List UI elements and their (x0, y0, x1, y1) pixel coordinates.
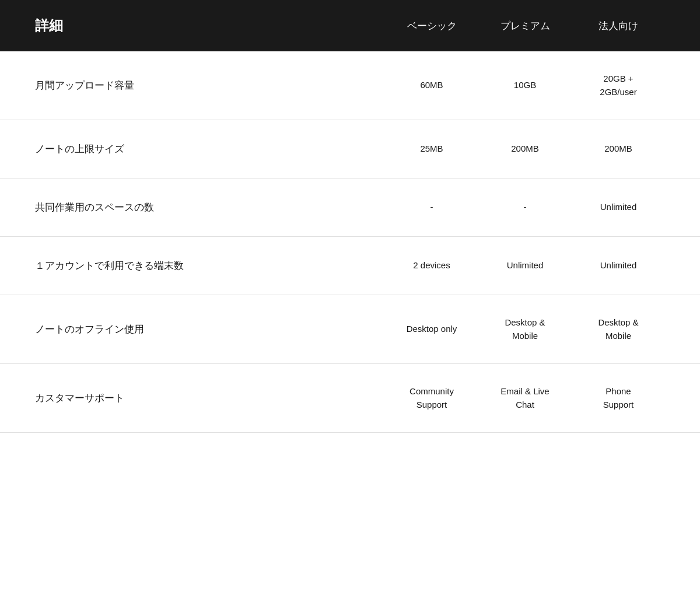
header-title: 詳細 (35, 16, 385, 35)
row-value-enterprise: 200MB (572, 142, 665, 156)
row-value-basic: Desktop only (385, 323, 478, 336)
row-label: カスタマーサポート (35, 391, 385, 405)
table-rows-container: 月間アップロード容量60MB10GB20GB + 2GB/userノートの上限サ… (0, 51, 700, 433)
row-value-premium: - (478, 201, 572, 214)
row-value-enterprise: Unlimited (572, 201, 665, 214)
row-value-enterprise: 20GB + 2GB/user (572, 72, 665, 99)
row-value-basic: 60MB (385, 79, 478, 92)
table-row: ノートの上限サイズ25MB200MB200MB (0, 120, 700, 178)
header-col-enterprise: 法人向け (572, 19, 665, 33)
row-value-premium: Unlimited (478, 259, 572, 272)
header-col-premium: プレミアム (478, 19, 572, 33)
comparison-table: 詳細 ベーシック プレミアム 法人向け 月間アップロード容量60MB10GB20… (0, 0, 700, 433)
row-value-basic: 2 devices (385, 259, 478, 272)
row-value-enterprise: Unlimited (572, 259, 665, 272)
row-value-premium: Email & Live Chat (478, 385, 572, 411)
table-row: 共同作業用のスペースの数--Unlimited (0, 178, 700, 237)
table-row: 月間アップロード容量60MB10GB20GB + 2GB/user (0, 51, 700, 120)
row-value-enterprise: Desktop & Mobile (572, 316, 665, 342)
header-col-basic: ベーシック (385, 19, 478, 33)
row-value-premium: 200MB (478, 142, 572, 156)
row-label: 共同作業用のスペースの数 (35, 201, 385, 214)
table-header: 詳細 ベーシック プレミアム 法人向け (0, 0, 700, 51)
row-label: ノートの上限サイズ (35, 142, 385, 156)
row-value-enterprise: Phone Support (572, 385, 665, 411)
row-value-basic: 25MB (385, 142, 478, 156)
row-value-premium: 10GB (478, 79, 572, 92)
table-row: １アカウントで利用できる端末数2 devicesUnlimitedUnlimit… (0, 237, 700, 295)
table-row: カスタマーサポートCommunity SupportEmail & Live C… (0, 364, 700, 433)
row-label: １アカウントで利用できる端末数 (35, 259, 385, 272)
row-label: 月間アップロード容量 (35, 79, 385, 92)
row-value-basic: Community Support (385, 385, 478, 411)
row-value-premium: Desktop & Mobile (478, 316, 572, 342)
table-row: ノートのオフライン使用Desktop onlyDesktop & MobileD… (0, 295, 700, 364)
row-label: ノートのオフライン使用 (35, 323, 385, 336)
row-value-basic: - (385, 201, 478, 214)
